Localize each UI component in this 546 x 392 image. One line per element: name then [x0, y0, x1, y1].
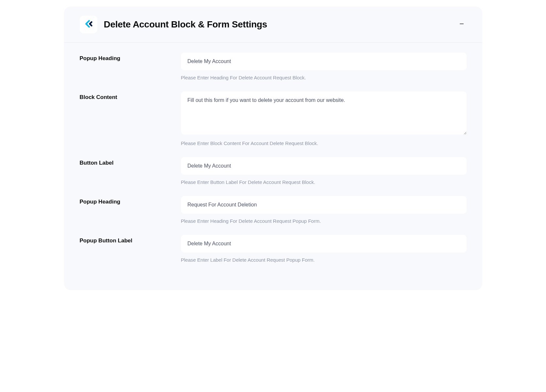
popup-button-label-input[interactable]: [181, 235, 467, 253]
field-col: Please Enter Heading For Delete Account …: [181, 53, 467, 81]
button-label-label: Button Label: [80, 160, 181, 166]
settings-panel: Delete Account Block & Form Settings Pop…: [64, 7, 482, 290]
label-col: Block Content: [80, 91, 181, 147]
field-col: Please Enter Heading For Delete Account …: [181, 196, 467, 224]
popup-heading-2-help: Please Enter Heading For Delete Account …: [181, 218, 467, 224]
field-col: Please Enter Button Label For Delete Acc…: [181, 157, 467, 186]
brand-icon: [84, 19, 93, 30]
label-col: Popup Button Label: [80, 235, 181, 263]
form-row-block-content: Block Content Fill out this form if you …: [80, 91, 467, 147]
popup-button-label-label: Popup Button Label: [80, 237, 181, 244]
label-col: Button Label: [80, 157, 181, 186]
label-col: Popup Heading: [80, 196, 181, 224]
button-label-help: Please Enter Button Label For Delete Acc…: [181, 179, 467, 186]
popup-heading-1-input[interactable]: [181, 53, 467, 70]
minus-icon: [459, 21, 465, 28]
label-col: Popup Heading: [80, 53, 181, 81]
collapse-button[interactable]: [457, 20, 467, 29]
panel-title: Delete Account Block & Form Settings: [104, 19, 457, 30]
button-label-input[interactable]: [181, 157, 467, 175]
form-row-button-label: Button Label Please Enter Button Label F…: [80, 157, 467, 186]
block-content-help: Please Enter Block Content For Account D…: [181, 140, 467, 147]
popup-heading-1-label: Popup Heading: [80, 55, 181, 62]
field-col: Fill out this form if you want to delete…: [181, 91, 467, 147]
panel-icon-box: [80, 16, 97, 33]
form-row-popup-button-label: Popup Button Label Please Enter Label Fo…: [80, 235, 467, 263]
popup-heading-2-input[interactable]: [181, 196, 467, 214]
block-content-label: Block Content: [80, 94, 181, 101]
block-content-textarea[interactable]: Fill out this form if you want to delete…: [181, 91, 467, 135]
popup-button-label-help: Please Enter Label For Delete Account Re…: [181, 256, 467, 263]
field-col: Please Enter Label For Delete Account Re…: [181, 235, 467, 263]
form-row-popup-heading-2: Popup Heading Please Enter Heading For D…: [80, 196, 467, 224]
form-row-popup-heading-1: Popup Heading Please Enter Heading For D…: [80, 53, 467, 81]
popup-heading-2-label: Popup Heading: [80, 199, 181, 205]
panel-header: Delete Account Block & Form Settings: [64, 7, 482, 43]
panel-body: Popup Heading Please Enter Heading For D…: [64, 43, 482, 263]
popup-heading-1-help: Please Enter Heading For Delete Account …: [181, 74, 467, 81]
